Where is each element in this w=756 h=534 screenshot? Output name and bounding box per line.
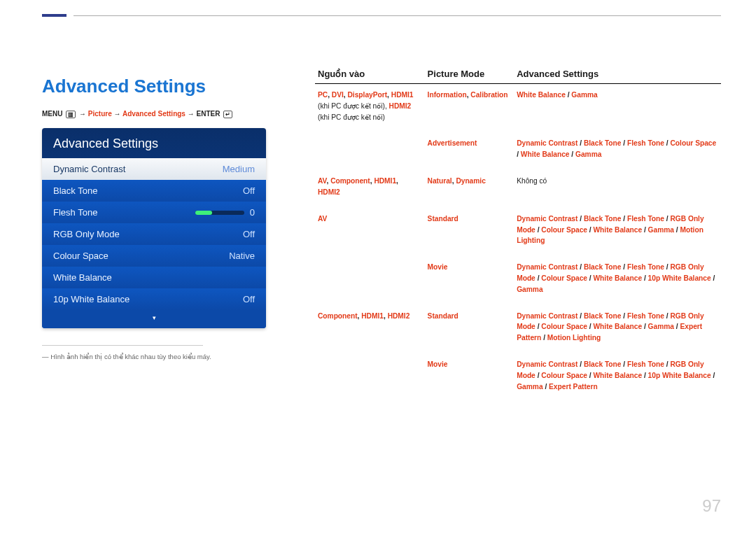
- table-row: AVStandardDynamic Contrast / Black Tone …: [315, 208, 721, 256]
- cell-source: [315, 132, 425, 170]
- cell-mode: Information, Calibration: [425, 84, 514, 133]
- cell-source: AV: [315, 208, 425, 256]
- cell-mode: Natural, Dynamic: [425, 170, 514, 208]
- cell-mode: Movie: [425, 353, 514, 402]
- settings-table: Nguồn vào Picture Mode Advanced Settings…: [315, 69, 721, 402]
- cell-mode: Standard: [425, 305, 514, 353]
- osd-row-value: 0: [195, 207, 255, 218]
- table-row: AV, Component, HDMI1, HDMI2Natural, Dyna…: [315, 170, 721, 208]
- cell-advanced: Dynamic Contrast / Black Tone / Flesh To…: [514, 353, 721, 402]
- cell-advanced: Dynamic Contrast / Black Tone / Flesh To…: [514, 256, 721, 304]
- footnote-divider: [42, 345, 203, 346]
- table-row: AdvertisementDynamic Contrast / Black To…: [315, 132, 721, 170]
- menu-icon: ▥: [66, 111, 76, 118]
- cell-advanced: Không có: [514, 170, 721, 208]
- osd-row[interactable]: Dynamic ContrastMedium: [42, 158, 266, 180]
- crumb-menu: MENU: [42, 110, 62, 118]
- cell-advanced: Dynamic Contrast / Black Tone / Flesh To…: [514, 208, 721, 256]
- cell-advanced: Dynamic Contrast / Black Tone / Flesh To…: [514, 132, 721, 170]
- top-rule: [42, 14, 721, 22]
- osd-row[interactable]: Flesh Tone0: [42, 202, 266, 223]
- col-advanced-settings: Advanced Settings: [514, 69, 721, 84]
- cell-advanced: White Balance / Gamma: [514, 84, 721, 133]
- cell-source: PC, DVI, DisplayPort, HDMI1 (khi PC được…: [315, 84, 425, 133]
- osd-row-label: Flesh Tone: [53, 207, 97, 218]
- crumb-enter: ENTER: [197, 110, 220, 118]
- crumb-advanced: Advanced Settings: [122, 110, 186, 118]
- cell-mode: Advertisement: [425, 132, 514, 170]
- table-row: Component, HDMI1, HDMI2StandardDynamic C…: [315, 305, 721, 353]
- osd-row-value: Native: [229, 251, 255, 261]
- table-row: MovieDynamic Contrast / Black Tone / Fle…: [315, 256, 721, 304]
- osd-row-label: White Balance: [53, 272, 112, 283]
- cell-source: Component, HDMI1, HDMI2: [315, 305, 425, 353]
- osd-row-label: 10p White Balance: [53, 294, 130, 304]
- cell-source: [315, 353, 425, 402]
- table-row: PC, DVI, DisplayPort, HDMI1 (khi PC được…: [315, 84, 721, 133]
- osd-row[interactable]: Colour SpaceNative: [42, 245, 266, 267]
- settings-table-wrap: Nguồn vào Picture Mode Advanced Settings…: [315, 69, 721, 402]
- osd-row-value: Off: [243, 185, 255, 196]
- osd-row[interactable]: Black ToneOff: [42, 180, 266, 202]
- osd-row-value: Off: [243, 229, 255, 239]
- col-picture-mode: Picture Mode: [425, 69, 514, 84]
- osd-row-label: Colour Space: [53, 251, 108, 261]
- cell-source: [315, 256, 425, 304]
- osd-row[interactable]: White Balance: [42, 267, 266, 288]
- osd-row-label: Black Tone: [53, 185, 97, 196]
- osd-scroll-down-icon: ▾: [42, 310, 266, 328]
- osd-title: Advanced Settings: [42, 128, 266, 158]
- page-number: 97: [702, 496, 721, 516]
- col-source: Nguồn vào: [315, 69, 425, 84]
- cell-source: AV, Component, HDMI1, HDMI2: [315, 170, 425, 208]
- manual-page: Advanced Settings MENU ▥ → Picture → Adv…: [0, 0, 756, 534]
- osd-row-value: Medium: [223, 164, 255, 174]
- osd-row[interactable]: RGB Only ModeOff: [42, 223, 266, 245]
- osd-panel: Advanced Settings Dynamic ContrastMedium…: [42, 128, 266, 328]
- cell-advanced: Dynamic Contrast / Black Tone / Flesh To…: [514, 305, 721, 353]
- crumb-picture: Picture: [88, 110, 112, 118]
- osd-row-value: Off: [243, 294, 255, 304]
- osd-row-label: Dynamic Contrast: [53, 164, 125, 174]
- osd-row[interactable]: 10p White BalanceOff: [42, 288, 266, 310]
- cell-mode: Standard: [425, 208, 514, 256]
- table-row: MovieDynamic Contrast / Black Tone / Fle…: [315, 353, 721, 402]
- cell-mode: Movie: [425, 256, 514, 304]
- slider-bar: [195, 211, 244, 215]
- enter-icon: ↵: [223, 111, 232, 118]
- osd-row-label: RGB Only Mode: [53, 229, 120, 239]
